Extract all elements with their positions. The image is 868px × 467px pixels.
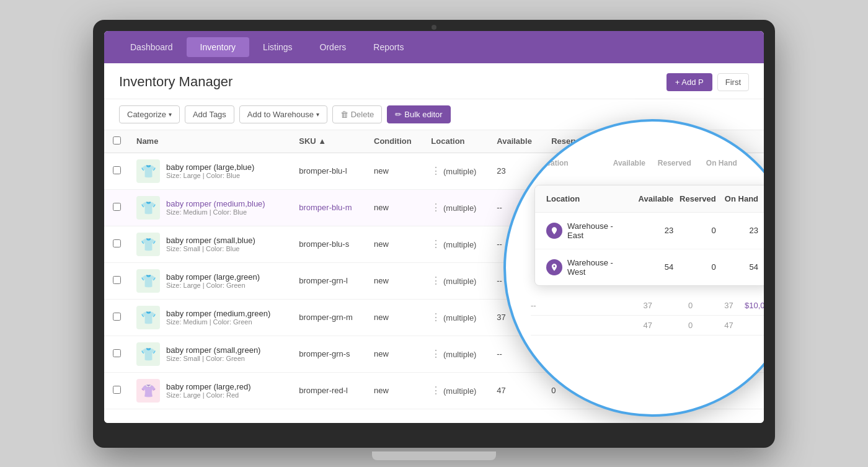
mag-row2-avail: 47 — [612, 321, 652, 330]
product-cell: 👕 baby romper (medium,green) Size: Mediu… — [136, 306, 284, 329]
product-name-text: baby romper (large,blue) — [166, 162, 254, 172]
date-cell: Jan 16, 2017 — [701, 409, 764, 409]
location-dots-icon[interactable]: ⋮ — [431, 385, 441, 396]
nav-item-inventory[interactable]: Inventory — [187, 37, 250, 57]
mag-row2-res: 0 — [652, 321, 693, 330]
warehouse-west-icon — [546, 259, 562, 275]
nav-item-orders[interactable]: Orders — [306, 37, 360, 57]
location-dots-icon[interactable]: ⋮ — [431, 202, 441, 213]
product-info: baby romper (medium,blue) Size: Medium |… — [166, 199, 265, 216]
sku-cell: bromper-grn-m — [291, 299, 366, 336]
warehouse-west-onhand: 54 — [716, 262, 758, 272]
categorize-button[interactable]: Categorize ▾ — [119, 105, 180, 123]
row-checkbox-cell[interactable] — [104, 299, 129, 336]
product-info: baby romper (small,green) Size: Small | … — [166, 345, 260, 362]
row-checkbox-cell[interactable] — [104, 153, 129, 189]
location-badge: (multiple) — [443, 386, 476, 396]
sku-cell: bromper-red-m — [291, 409, 366, 409]
reserved-cell: 0 — [544, 409, 600, 409]
add-product-button[interactable]: + Add P — [666, 73, 712, 91]
categorize-chevron-icon: ▾ — [169, 111, 172, 118]
col-sku-header[interactable]: SKU ▲ — [291, 130, 366, 153]
product-image: 👕 — [136, 196, 160, 220]
sku-text: bromper-grn-m — [299, 313, 353, 322]
warehouse-popup-card: Location Available Reserved On Hand — [534, 185, 764, 286]
mag-bg-reserved: Reserved — [645, 159, 691, 167]
mag-bg-row-1: -- 37 0 37 $10,000 — [531, 296, 764, 316]
delete-button[interactable]: 🗑 Delete — [332, 105, 382, 123]
nav-item-listings[interactable]: Listings — [249, 37, 306, 57]
magnifier-inner: n Location Available Reserved On Hand Pr… — [506, 122, 764, 414]
product-variant-text: Size: Small | Color: Blue — [166, 245, 255, 252]
bulk-editor-button[interactable]: ✏ Bulk editor — [387, 105, 450, 123]
product-name-text: baby romper (small,blue) — [166, 236, 255, 245]
product-name-cell: 👕 baby romper (large,blue) Size: Large |… — [129, 153, 291, 189]
col-available-header: Available — [489, 130, 544, 153]
row-checkbox-cell[interactable] — [104, 409, 129, 409]
row-checkbox[interactable] — [113, 166, 121, 174]
mag-row2-loc — [531, 321, 612, 330]
nav-item-dashboard[interactable]: Dashboard — [117, 37, 187, 57]
location-cell: ⋮ (multiple) — [423, 299, 489, 336]
sku-cell: bromper-grn-s — [291, 336, 366, 372]
warehouse-east-row: Warehouse - East 23 0 23 — [535, 213, 764, 249]
mag-bg-onhand: On Hand — [691, 159, 737, 167]
popup-header-location: Location — [546, 194, 631, 203]
product-name-text[interactable]: baby romper (medium,blue) — [166, 199, 265, 208]
mag-row1-price: $10,000 — [733, 301, 764, 310]
location-dots-icon[interactable]: ⋮ — [431, 166, 441, 176]
product-info: baby romper (large,green) Size: Large | … — [166, 272, 260, 289]
sku-text: bromper-blu-s — [299, 239, 349, 249]
add-to-warehouse-button[interactable]: Add to Warehouse ▾ — [239, 105, 327, 123]
laptop-camera — [432, 25, 436, 30]
warehouse-east-name: Warehouse - East — [567, 221, 631, 240]
sku-cell: bromper-blu-s — [291, 226, 366, 262]
mag-bg-row-2: 47 0 47 — [531, 316, 764, 336]
location-cell: ⋮ (multiple) — [423, 226, 489, 262]
product-cell: 👚 baby romper (large,red) Size: Large | … — [136, 379, 284, 403]
product-info: baby romper (large,blue) Size: Large | C… — [166, 162, 254, 179]
nav-item-reports[interactable]: Reports — [360, 37, 417, 57]
row-checkbox[interactable] — [113, 313, 121, 321]
row-checkbox[interactable] — [113, 239, 121, 247]
select-all-checkbox[interactable] — [113, 136, 121, 145]
warehouse-west-location: Warehouse - West — [546, 258, 631, 277]
product-name-cell: 👕 baby romper (small,green) Size: Small … — [129, 336, 291, 372]
mag-row2-price — [733, 321, 764, 330]
sku-cell: bromper-red-l — [291, 372, 366, 409]
location-dots-icon[interactable]: ⋮ — [431, 349, 441, 359]
product-cell: 👕 baby romper (small,blue) Size: Small |… — [136, 233, 284, 256]
condition-cell: new — [366, 153, 423, 189]
product-name-cell: 👕 baby romper (medium,green) Size: Mediu… — [129, 299, 291, 336]
pagination-first-button[interactable]: First — [717, 73, 749, 91]
warehouse-east-svg-icon — [550, 226, 559, 235]
row-checkbox-cell[interactable] — [104, 336, 129, 372]
row-checkbox[interactable] — [113, 349, 121, 357]
select-all-header[interactable] — [104, 130, 129, 153]
pencil-icon: ✏ — [395, 110, 402, 119]
row-checkbox[interactable] — [113, 386, 121, 394]
col-name-header[interactable]: Name — [129, 130, 291, 153]
product-info: baby romper (small,blue) Size: Small | C… — [166, 236, 255, 252]
add-tags-button[interactable]: Add Tags — [185, 105, 234, 123]
row-checkbox-cell[interactable] — [104, 189, 129, 226]
location-badge: (multiple) — [443, 203, 476, 213]
popup-header-onhand: On Hand — [716, 194, 758, 203]
row-checkbox-cell[interactable] — [104, 372, 129, 409]
row-checkbox[interactable] — [113, 276, 121, 284]
product-name-cell: 👕 baby romper (medium,blue) Size: Medium… — [129, 189, 291, 226]
row-checkbox[interactable] — [113, 203, 121, 211]
row-checkbox-cell[interactable] — [104, 262, 129, 299]
location-dots-icon[interactable]: ⋮ — [431, 275, 441, 286]
row-checkbox-cell[interactable] — [104, 226, 129, 262]
sku-cell: bromper-blu-m — [291, 189, 366, 226]
product-cell: 👕 baby romper (medium,blue) Size: Medium… — [136, 196, 284, 220]
sku-text: bromper-red-l — [299, 386, 348, 395]
location-dots-icon[interactable]: ⋮ — [431, 239, 441, 249]
warehouse-east-reserved: 0 — [673, 226, 715, 235]
location-badge: (multiple) — [443, 277, 476, 286]
product-image: 👕 — [136, 159, 160, 183]
sku-link[interactable]: bromper-blu-m — [299, 203, 352, 212]
location-dots-icon[interactable]: ⋮ — [431, 312, 441, 322]
mag-row1-avail: 37 — [612, 301, 652, 310]
